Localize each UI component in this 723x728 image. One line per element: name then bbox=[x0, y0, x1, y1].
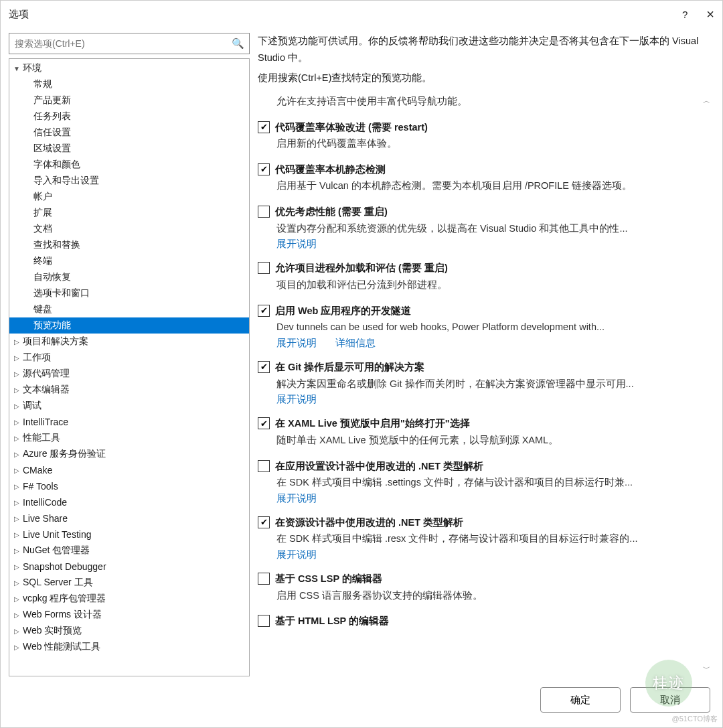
tree-item[interactable]: ▷Web 性能测试工具 bbox=[9, 639, 249, 655]
scroll-down-icon[interactable]: ﹀ bbox=[703, 664, 710, 674]
tree-item[interactable]: ▷F# Tools bbox=[9, 478, 249, 494]
chevron-right-icon[interactable]: ▷ bbox=[12, 338, 21, 346]
feature-checkbox[interactable] bbox=[258, 516, 270, 528]
expand-link[interactable]: 详细信息 bbox=[335, 337, 376, 350]
tree-item[interactable]: ▷vcpkg 程序包管理器 bbox=[9, 591, 249, 607]
feature-checkbox[interactable] bbox=[258, 573, 270, 585]
expand-link[interactable]: 展开说明 bbox=[276, 337, 317, 350]
features-list: 允许在支持语言中使用丰富代码导航功能。代码覆盖率体验改进 (需要 restart… bbox=[258, 93, 714, 676]
feature-item: 在应用设置设计器中使用改进的 .NET 类型解析在 SDK 样式项目中编辑 .s… bbox=[258, 458, 696, 505]
feature-checkbox[interactable] bbox=[258, 206, 270, 218]
tree-item[interactable]: ▼环境 bbox=[9, 60, 249, 76]
tree-item[interactable]: ▷源代码管理 bbox=[9, 366, 249, 382]
tree-item[interactable]: 文档 bbox=[9, 221, 249, 237]
chevron-down-icon[interactable]: ▼ bbox=[12, 65, 21, 72]
tree-item[interactable]: 信任设置 bbox=[9, 125, 249, 141]
expand-link[interactable]: 展开说明 bbox=[276, 238, 317, 250]
tree-item-label: 自动恢复 bbox=[32, 271, 71, 283]
scroll-indicator[interactable]: ︿ ﹀ bbox=[698, 93, 714, 676]
tree-item-label: 环境 bbox=[21, 62, 42, 74]
chevron-right-icon[interactable]: ▷ bbox=[12, 611, 21, 619]
tree-item[interactable]: ▷CMake bbox=[9, 462, 249, 478]
feature-title: 在 Git 操作后显示可用的解决方案 bbox=[275, 359, 424, 376]
feature-title: 代码覆盖率体验改进 (需要 restart) bbox=[275, 119, 428, 136]
search-input[interactable] bbox=[9, 33, 250, 54]
tree-item[interactable]: ▷工作项 bbox=[9, 350, 249, 366]
chevron-right-icon[interactable]: ▷ bbox=[12, 579, 21, 587]
feature-checkbox[interactable] bbox=[258, 417, 270, 429]
chevron-right-icon[interactable]: ▷ bbox=[12, 563, 21, 571]
chevron-right-icon[interactable]: ▷ bbox=[12, 499, 21, 506]
feature-checkbox[interactable] bbox=[258, 615, 270, 627]
tree-item[interactable]: ▷Azure 服务身份验证 bbox=[9, 446, 249, 462]
chevron-right-icon[interactable]: ▷ bbox=[12, 515, 21, 522]
chevron-right-icon[interactable]: ▷ bbox=[12, 435, 21, 442]
tree-item[interactable]: ▷SQL Server 工具 bbox=[9, 575, 249, 591]
feature-checkbox[interactable] bbox=[258, 262, 270, 274]
tree-item[interactable]: 字体和颜色 bbox=[9, 157, 249, 173]
tree-item[interactable]: 自动恢复 bbox=[9, 269, 249, 285]
ok-button[interactable]: 确定 bbox=[540, 687, 621, 713]
tree-item-label: 文本编辑器 bbox=[21, 384, 70, 396]
scroll-up-icon[interactable]: ︿ bbox=[703, 96, 710, 106]
tree-item[interactable]: ▷调试 bbox=[9, 398, 249, 414]
tree-item[interactable]: ▷IntelliCode bbox=[9, 494, 249, 510]
tree-item[interactable]: ▷IntelliTrace bbox=[9, 414, 249, 430]
tree-item-label: 源代码管理 bbox=[21, 368, 70, 380]
chevron-right-icon[interactable]: ▷ bbox=[12, 644, 21, 651]
tree-item[interactable]: 任务列表 bbox=[9, 108, 249, 125]
expand-link[interactable]: 展开说明 bbox=[276, 549, 317, 561]
feature-title: 在资源设计器中使用改进的 .NET 类型解析 bbox=[275, 514, 463, 531]
tree-item[interactable]: 帐户 bbox=[9, 189, 249, 205]
chevron-right-icon[interactable]: ▷ bbox=[12, 628, 21, 635]
tree-item[interactable]: 常规 bbox=[9, 76, 249, 92]
chevron-right-icon[interactable]: ▷ bbox=[12, 386, 21, 394]
tree-item[interactable]: 扩展 bbox=[9, 205, 249, 221]
feature-checkbox[interactable] bbox=[258, 361, 270, 373]
feature-checkbox[interactable] bbox=[258, 163, 270, 175]
help-button[interactable]: ? bbox=[682, 9, 688, 20]
tree-item-label: Live Share bbox=[21, 513, 68, 524]
tree-item[interactable]: 区域设置 bbox=[9, 141, 249, 157]
tree-item[interactable]: ▷性能工具 bbox=[9, 430, 249, 446]
tree-item[interactable]: ▷Snapshot Debugger bbox=[9, 559, 249, 575]
chevron-right-icon[interactable]: ▷ bbox=[12, 483, 21, 490]
expand-link[interactable]: 展开说明 bbox=[276, 393, 317, 406]
tree-item[interactable]: ▷文本编辑器 bbox=[9, 382, 249, 398]
tree-item[interactable]: 导入和导出设置 bbox=[9, 173, 249, 189]
chevron-right-icon[interactable]: ▷ bbox=[12, 419, 21, 426]
tree-item[interactable]: ▷Web Forms 设计器 bbox=[9, 607, 249, 623]
tree-item[interactable]: ▷项目和解决方案 bbox=[9, 334, 249, 350]
chevron-right-icon[interactable]: ▷ bbox=[12, 370, 21, 378]
chevron-right-icon[interactable]: ▷ bbox=[12, 403, 21, 410]
tree-item[interactable]: 产品更新 bbox=[9, 92, 249, 108]
feature-item: 在 XAML Live 预览版中启用"始终打开"选择随时单击 XAML Live… bbox=[258, 415, 696, 448]
tree-item[interactable]: ▷NuGet 包管理器 bbox=[9, 542, 249, 559]
chevron-right-icon[interactable]: ▷ bbox=[12, 467, 21, 474]
tree-item[interactable]: 键盘 bbox=[9, 301, 249, 317]
tree-item-label: 任务列表 bbox=[32, 111, 71, 123]
options-tree[interactable]: ▼环境常规产品更新任务列表信任设置区域设置字体和颜色导入和导出设置帐户扩展文档查… bbox=[9, 59, 249, 676]
feature-description: 启用基于 Vulcan 的本机静态检测。需要为本机项目启用 /PROFILE 链… bbox=[258, 177, 696, 194]
expand-link[interactable]: 展开说明 bbox=[276, 492, 317, 505]
feature-checkbox[interactable] bbox=[258, 305, 270, 317]
feature-checkbox[interactable] bbox=[258, 460, 270, 472]
tree-item[interactable]: 预览功能 bbox=[9, 317, 249, 334]
tree-item[interactable]: ▷Live Share bbox=[9, 510, 249, 526]
tree-item[interactable]: ▷Live Unit Testing bbox=[9, 526, 249, 542]
feature-title: 允许项目进程外加载和评估 (需要 重启) bbox=[275, 260, 448, 277]
chevron-right-icon[interactable]: ▷ bbox=[12, 595, 21, 603]
feature-checkbox[interactable] bbox=[258, 121, 270, 133]
chevron-right-icon[interactable]: ▷ bbox=[12, 451, 21, 458]
tree-item-label: 终端 bbox=[32, 255, 52, 267]
feature-description: 在 SDK 样式项目中编辑 .settings 文件时，存储与设计器和项目的目标… bbox=[258, 474, 696, 491]
cancel-button[interactable]: 取消 bbox=[630, 687, 710, 713]
tree-item[interactable]: 选项卡和窗口 bbox=[9, 285, 249, 301]
close-button[interactable]: × bbox=[706, 7, 714, 22]
chevron-right-icon[interactable]: ▷ bbox=[12, 547, 21, 555]
chevron-right-icon[interactable]: ▷ bbox=[12, 354, 21, 362]
tree-item[interactable]: 查找和替换 bbox=[9, 237, 249, 253]
tree-item[interactable]: 终端 bbox=[9, 253, 249, 269]
chevron-right-icon[interactable]: ▷ bbox=[12, 531, 21, 538]
tree-item[interactable]: ▷Web 实时预览 bbox=[9, 623, 249, 639]
